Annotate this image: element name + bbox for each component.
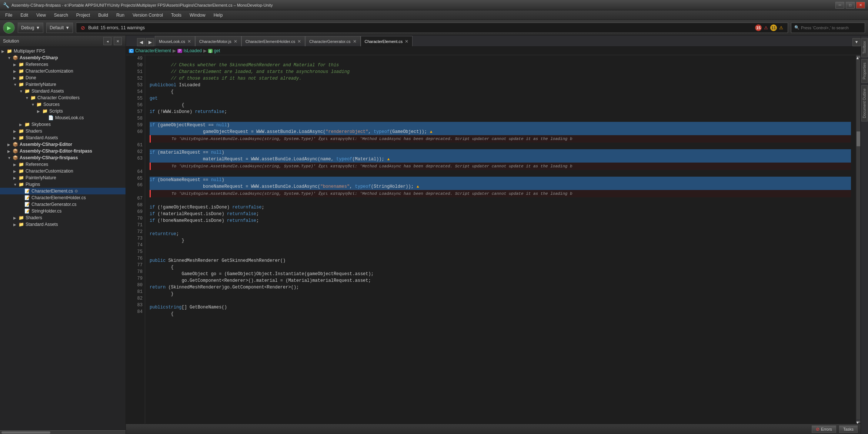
- breadcrumb-get[interactable]: get: [214, 48, 220, 53]
- tree-item-23[interactable]: 📝 CharacterGenerator.cs: [0, 201, 126, 208]
- tab-close-icon[interactable]: ✕: [297, 39, 301, 44]
- tree-item-18[interactable]: ▶ 📁 CharacterCustomization: [0, 168, 126, 174]
- breadcrumb-class[interactable]: CharacterElement: [135, 48, 171, 53]
- line-number-84: 84: [128, 308, 143, 315]
- maximize-button[interactable]: □: [846, 2, 855, 9]
- errors-button[interactable]: ⊘ Errors: [812, 425, 836, 433]
- tree-item-24[interactable]: 📝 StringHolder.cs: [0, 208, 126, 214]
- line-number-80: 80: [128, 282, 143, 288]
- tree-item-21[interactable]: 📝 CharacterElement.cs ⚙: [0, 188, 126, 194]
- tab-close-icon[interactable]: ✕: [187, 39, 191, 44]
- line-number-57: 57: [128, 108, 143, 115]
- sidebar-collapse-button[interactable]: ◂: [103, 37, 111, 45]
- tab-label: CharacterElementHolder.cs: [246, 39, 296, 44]
- tab-overflow-button[interactable]: ▼: [852, 38, 861, 46]
- scrollbar-thumb[interactable]: [857, 131, 860, 146]
- menu-bar: FileEditViewSearchProjectBuildRunVersion…: [0, 10, 868, 20]
- tree-item-15[interactable]: ▶ 📦 Assembly-CSharp-Editor-firstpass: [0, 148, 126, 154]
- code-line-72: return true;: [150, 231, 851, 237]
- menu-item-file[interactable]: File: [1, 12, 16, 19]
- minimize-button[interactable]: ─: [835, 2, 844, 9]
- tab-close-icon[interactable]: ✕: [234, 39, 237, 44]
- tree-item-10[interactable]: 📄 MouseLook.cs: [0, 114, 126, 121]
- menu-item-build[interactable]: Build: [94, 12, 112, 19]
- tab-nav-left-button[interactable]: ◀: [137, 38, 145, 46]
- tree-item-17[interactable]: ▶ 📁 References: [0, 161, 126, 168]
- config-dropdown[interactable]: Debug ▼: [18, 23, 43, 33]
- tree-arrow: ▶: [13, 223, 19, 227]
- tree-item-3[interactable]: ▶ 📁 CharacterCustomization: [0, 68, 126, 74]
- platform-dropdown[interactable]: Default ▼: [46, 23, 73, 33]
- scrollbar-down-arrow[interactable]: ▼: [857, 421, 860, 423]
- tree-item-16[interactable]: ▼ 📦 Assembly-CSharp-firstpass: [0, 154, 126, 161]
- tree-item-6[interactable]: ▼ 📁 Standard Assets: [0, 88, 126, 94]
- menu-item-window[interactable]: Window: [186, 12, 209, 19]
- tree-icon: 📁: [30, 95, 36, 100]
- tasks-button[interactable]: Tasks: [839, 425, 858, 433]
- sidebar-scrollbar[interactable]: [0, 430, 126, 434]
- tab-mouselook-cs[interactable]: MouseLook.cs✕: [155, 36, 195, 46]
- tree-item-1[interactable]: ▼ 📦 Assembly-CSharp: [0, 54, 126, 61]
- tree-item-13[interactable]: ▶ 📁 Standard Assets: [0, 134, 126, 141]
- tree-item-22[interactable]: 📝 CharacterElementHolder.cs: [0, 194, 126, 201]
- tab-charactermotor-js[interactable]: CharacterMotor.js✕: [195, 36, 241, 46]
- vertical-scrollbar[interactable]: ▲ ▼: [855, 55, 861, 424]
- tree-item-2[interactable]: ▶ 📁 References: [0, 61, 126, 68]
- tab-nav-right-button[interactable]: ▶: [146, 38, 154, 46]
- tree-icon: 📦: [13, 148, 19, 154]
- search-box[interactable]: 🔍 Press 'Control+,' to search: [791, 23, 865, 33]
- close-button[interactable]: ✕: [856, 2, 865, 9]
- menu-item-help[interactable]: Help: [210, 12, 227, 19]
- toolbox-tab[interactable]: Toolbox: [861, 38, 868, 57]
- warning-icon: ⚠: [779, 25, 783, 30]
- tab-bar: ◀ ▶ MouseLook.cs✕CharacterMotor.js✕Chara…: [126, 36, 861, 47]
- code-line-82: [150, 297, 851, 304]
- tree-item-5[interactable]: ▼ 📁 PainterlyNature: [0, 81, 126, 88]
- scrollbar-up-arrow[interactable]: ▲: [857, 56, 860, 58]
- tree-item-14[interactable]: ▶ 📦 Assembly-CSharp-Editor: [0, 141, 126, 148]
- tree-item-20[interactable]: ▼ 📁 Plugins: [0, 181, 126, 188]
- tree-item-25[interactable]: ▶ 📁 Shaders: [0, 214, 126, 221]
- tab-close-icon[interactable]: ✕: [353, 39, 357, 44]
- menu-item-edit[interactable]: Edit: [17, 12, 32, 19]
- line-number-75: 75: [128, 248, 143, 255]
- deprecated-warning-icon: ▲: [417, 183, 419, 190]
- properties-tab[interactable]: Properties: [861, 59, 868, 83]
- tree-item-11[interactable]: ▶ 📁 Skyboxes: [0, 121, 126, 128]
- error-message-line: To 'UnityEngine.AssetBundle.LoadAsync(st…: [150, 135, 851, 143]
- menu-item-run[interactable]: Run: [113, 12, 128, 19]
- tree-item-26[interactable]: ▶ 📁 Standard Assets: [0, 221, 126, 228]
- line-number-71: 71: [128, 222, 143, 228]
- tab-charactergenerator-cs[interactable]: CharacterGenerator.cs✕: [305, 36, 360, 46]
- tree-item-8[interactable]: ▼ 📁 Sources: [0, 101, 126, 108]
- menu-item-version-control[interactable]: Version Control: [129, 12, 167, 19]
- tree-item-9[interactable]: ▶ 📁 Scripts: [0, 108, 126, 114]
- tab-characterelement-cs[interactable]: CharacterElement.cs✕: [361, 36, 413, 46]
- tree-item-7[interactable]: ▼ 📁 Character Controllers: [0, 94, 126, 101]
- tree-label: Plugins: [26, 182, 40, 187]
- menu-item-view[interactable]: View: [33, 12, 50, 19]
- code-content[interactable]: // Checks whether the SkinnedMeshRendere…: [145, 55, 855, 424]
- tab-close-icon[interactable]: ✕: [405, 39, 408, 44]
- sidebar-close-button[interactable]: ✕: [114, 37, 122, 45]
- tree-label: Shaders: [26, 215, 42, 220]
- tab-characterelementholder-cs[interactable]: CharacterElementHolder.cs✕: [241, 36, 306, 46]
- document-outline-tab[interactable]: Document Outline: [861, 85, 868, 121]
- tree-item-12[interactable]: ▶ 📁 Shaders: [0, 128, 126, 134]
- menu-item-tools[interactable]: Tools: [167, 12, 185, 19]
- breadcrumb-property[interactable]: IsLoaded: [184, 48, 202, 53]
- tab-label: MouseLook.cs: [159, 39, 185, 44]
- gear-icon[interactable]: ⚙: [74, 189, 78, 194]
- code-line-78: GameObject go = (GameObject)Object.Insta…: [150, 271, 851, 277]
- tree-item-4[interactable]: ▶ 📁 Done: [0, 74, 126, 81]
- tree-item-0[interactable]: ▶ 📁 Multiplayer FPS: [0, 48, 126, 54]
- scrollbar-track[interactable]: [857, 59, 860, 420]
- line-number-72: 72: [128, 228, 143, 235]
- tree-arrow: ▶: [1, 49, 7, 53]
- play-button[interactable]: ▶: [3, 22, 15, 34]
- tree-item-19[interactable]: ▶ 📁 PainterlyNature: [0, 174, 126, 181]
- menu-item-project[interactable]: Project: [73, 12, 94, 19]
- line-number-52: 52: [128, 75, 143, 82]
- tree-label: Assembly-CSharp-firstpass: [20, 155, 78, 160]
- menu-item-search[interactable]: Search: [50, 12, 72, 19]
